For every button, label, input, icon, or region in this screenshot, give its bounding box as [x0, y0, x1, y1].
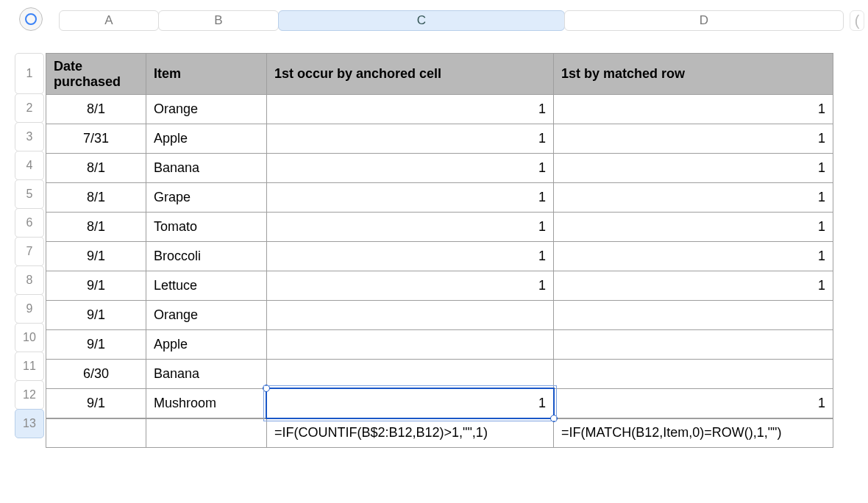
row-header-10[interactable]: 10 — [15, 323, 44, 352]
cell-D6[interactable]: 1 — [554, 213, 833, 242]
column-header-C[interactable]: C — [278, 10, 565, 31]
cell-B8[interactable]: Lettuce — [146, 271, 267, 301]
table-row: 9/1 Mushroom 1 1 — [46, 389, 833, 418]
column-header-A[interactable]: A — [59, 10, 159, 31]
cell-D13[interactable]: =IF(MATCH(B12,Item,0)=ROW(),1,"") — [554, 418, 833, 448]
cell-D7[interactable]: 1 — [554, 242, 833, 271]
row-header-3[interactable]: 3 — [15, 122, 44, 151]
hdr-B[interactable]: Item — [146, 54, 267, 95]
cell-A12[interactable]: 9/1 — [46, 389, 146, 418]
cell-A6[interactable]: 8/1 — [46, 213, 146, 242]
column-header-D[interactable]: D — [564, 10, 844, 31]
table-row: 6/30 Banana — [46, 360, 833, 389]
cell-D9[interactable] — [554, 301, 833, 330]
cell-A5[interactable]: 8/1 — [46, 183, 146, 213]
hdr-C[interactable]: 1st occur by anchored cell — [267, 54, 554, 95]
cell-D11[interactable] — [554, 360, 833, 389]
cell-A4[interactable]: 8/1 — [46, 154, 146, 183]
row-header-11[interactable]: 11 — [15, 352, 44, 381]
cell-D4[interactable]: 1 — [554, 154, 833, 183]
cell-B3[interactable]: Apple — [146, 124, 267, 154]
cell-C3[interactable]: 1 — [267, 124, 554, 154]
row-header-4[interactable]: 4 — [15, 151, 44, 180]
cell-C10[interactable] — [267, 330, 554, 360]
table-row: 9/1 Apple — [46, 330, 833, 360]
table-row: 9/1 Broccoli 1 1 — [46, 242, 833, 271]
cell-D12[interactable]: 1 — [554, 389, 833, 418]
row-header-5[interactable]: 5 — [15, 179, 44, 209]
row-header-column: 1 2 3 4 5 6 7 8 9 10 11 12 13 — [15, 53, 44, 438]
row-header-8[interactable]: 8 — [15, 265, 44, 295]
column-header-B[interactable]: B — [158, 10, 279, 31]
table-row: 8/1 Banana 1 1 — [46, 154, 833, 183]
cell-B12[interactable]: Mushroom — [146, 389, 267, 418]
row-header-13[interactable]: 13 — [15, 409, 44, 438]
cell-C9[interactable] — [267, 301, 554, 330]
cell-B6[interactable]: Tomato — [146, 213, 267, 242]
cell-A11[interactable]: 6/30 — [46, 360, 146, 389]
cell-B2[interactable]: Orange — [146, 95, 267, 124]
table-row: 8/1 Tomato 1 1 — [46, 213, 833, 242]
cell-B5[interactable]: Grape — [146, 183, 267, 213]
cell-C4[interactable]: 1 — [267, 154, 554, 183]
cell-C12[interactable]: 1 — [267, 389, 554, 418]
cell-B13[interactable] — [146, 418, 267, 448]
row-header-2[interactable]: 2 — [15, 93, 44, 123]
cell-D5[interactable]: 1 — [554, 183, 833, 213]
cell-C12-value: 1 — [538, 396, 546, 410]
row-header-1[interactable]: 1 — [15, 53, 44, 94]
table-row: 8/1 Orange 1 1 — [46, 95, 833, 124]
column-header-row: A B C D ( — [59, 10, 868, 31]
cell-C11[interactable] — [267, 360, 554, 389]
cell-C6[interactable]: 1 — [267, 213, 554, 242]
cell-D10[interactable] — [554, 330, 833, 360]
table-row: 9/1 Lettuce 1 1 — [46, 271, 833, 301]
row-header-9[interactable]: 9 — [15, 294, 44, 324]
cell-A3[interactable]: 7/31 — [46, 124, 146, 154]
table-row: 8/1 Grape 1 1 — [46, 183, 833, 213]
cell-B9[interactable]: Orange — [146, 301, 267, 330]
select-all-button[interactable] — [19, 7, 43, 31]
cell-B10[interactable]: Apple — [146, 330, 267, 360]
add-column-button[interactable]: ( — [850, 10, 864, 31]
cell-B4[interactable]: Banana — [146, 154, 267, 183]
cell-C2[interactable]: 1 — [267, 95, 554, 124]
cells-table: Date purchased Item 1st occur by anchore… — [46, 53, 833, 448]
cell-B11[interactable]: Banana — [146, 360, 267, 389]
cell-A9[interactable]: 9/1 — [46, 301, 146, 330]
row-header-6[interactable]: 6 — [15, 208, 44, 238]
circle-icon — [25, 13, 37, 25]
cell-C13[interactable]: =IF(COUNTIF(B$2:B12,B12)>1,"",1) — [267, 418, 554, 448]
cell-D8[interactable]: 1 — [554, 271, 833, 301]
row-header-7[interactable]: 7 — [15, 237, 44, 266]
cell-B7[interactable]: Broccoli — [146, 242, 267, 271]
cell-A10[interactable]: 9/1 — [46, 330, 146, 360]
cell-A13[interactable] — [46, 418, 146, 448]
cell-D2[interactable]: 1 — [554, 95, 833, 124]
row-header-12[interactable]: 12 — [15, 380, 44, 410]
cell-C7[interactable]: 1 — [267, 242, 554, 271]
hdr-A[interactable]: Date purchased — [46, 54, 146, 95]
cell-A2[interactable]: 8/1 — [46, 95, 146, 124]
spreadsheet: A B C D ( 1 2 3 4 5 6 7 8 9 10 11 12 13 — [0, 0, 868, 448]
table-row: 7/31 Apple 1 1 — [46, 124, 833, 154]
cell-D3[interactable]: 1 — [554, 124, 833, 154]
table-header-row: Date purchased Item 1st occur by anchore… — [46, 54, 833, 95]
hdr-D[interactable]: 1st by matched row — [554, 54, 833, 95]
grid: 1 2 3 4 5 6 7 8 9 10 11 12 13 Date purch… — [15, 53, 868, 448]
cell-A7[interactable]: 9/1 — [46, 242, 146, 271]
table-row: 9/1 Orange — [46, 301, 833, 330]
cell-C5[interactable]: 1 — [267, 183, 554, 213]
footer-row: =IF(COUNTIF(B$2:B12,B12)>1,"",1) =IF(MAT… — [46, 418, 833, 448]
cell-C8[interactable]: 1 — [267, 271, 554, 301]
cell-A8[interactable]: 9/1 — [46, 271, 146, 301]
